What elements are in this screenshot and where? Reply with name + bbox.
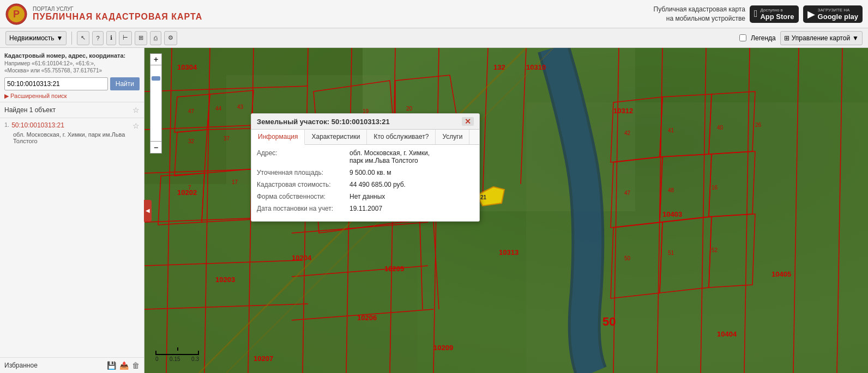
googleplay-icon: ▶ (807, 8, 815, 20)
favorite-all-btn[interactable]: ☆ (132, 106, 140, 114)
popup-tab-service[interactable]: Кто обслуживает? (367, 130, 436, 144)
print-tool-btn[interactable]: ⎙ (150, 31, 161, 45)
search-section: Кадастровый номер, адрес, координата: На… (0, 48, 144, 102)
cursor-tool-btn[interactable]: ↖ (77, 31, 89, 45)
info-row-ownership: Форма собственности: Нет данных (257, 193, 474, 200)
settings-tool-btn[interactable]: ⚙ (164, 31, 177, 45)
category-select[interactable]: Недвижимость ▼ (5, 31, 67, 45)
map-control-btn[interactable]: ⊞ Управление картой ▼ (780, 31, 863, 45)
export-icon-btn[interactable]: 📤 (119, 361, 129, 370)
main: Кадастровый номер, адрес, координата: На… (0, 48, 868, 373)
layers-tool-btn[interactable]: ⊞ (135, 31, 147, 45)
scale-mid-tick (177, 347, 178, 351)
info-label-cadvalue: Кадастровая стоимость: (257, 181, 349, 188)
info-label-address: Адрес: (257, 149, 349, 164)
map-control-chevron: ▼ (852, 34, 859, 42)
info-row-cadvalue: Кадастровая стоимость: 44 490 685.00 руб… (257, 181, 474, 188)
advanced-search-link[interactable]: ▶ Расширенный поиск (4, 93, 140, 100)
scale-bar: 0 0.15 0.3 (155, 351, 199, 362)
toolbar-separator-1 (71, 32, 72, 45)
popup-tab-services[interactable]: Услуги (436, 130, 469, 144)
scale-labels: 0 0.15 0.3 (155, 356, 199, 362)
zoom-handle[interactable] (152, 76, 160, 81)
header: Р ПОРТАЛ УСЛУГ ПУБЛИЧНАЯ КАДАСТРОВАЯ КАР… (0, 0, 868, 28)
googleplay-label: Google play (818, 13, 858, 21)
map-control-label: Управление картой (792, 34, 850, 42)
appstore-text: Доступно в App Store (760, 8, 794, 21)
info2-tool-btn[interactable]: ℹ (106, 31, 116, 45)
results-section: Найден 1 объект ☆ (0, 102, 144, 118)
zoom-in-btn[interactable]: + (150, 53, 162, 65)
trash-icon-btn[interactable]: 🗑 (132, 361, 140, 370)
info-tool-btn[interactable]: ? (92, 31, 103, 45)
info-value-area: 9 500.00 кв. м (349, 169, 391, 176)
sidebar: Кадастровый номер, адрес, координата: На… (0, 48, 144, 373)
legend-label: Легенда (751, 34, 776, 42)
toolbar-right: Легенда ⊞ Управление картой ▼ (739, 31, 863, 45)
category-label: Недвижимость (9, 34, 55, 42)
googleplay-text: ЗАГРУЗИТЕ НА Google play (818, 8, 858, 21)
info-value-address: обл. Московская, г. Химки,парк им.Льва Т… (349, 149, 430, 164)
scale-end-label: 0.3 (191, 356, 199, 362)
info-value-date: 19.11.2007 (349, 205, 382, 212)
result-item: 1. 50:10:0010313:21 ☆ обл. Московская, г… (4, 121, 140, 144)
sidebar-collapse-btn[interactable]: ◀ (144, 200, 152, 222)
sidebar-footer-icons: 💾 📤 🗑 (107, 361, 140, 370)
header-right: Публичная кадастровая карта на мобильном… (654, 5, 863, 23)
googleplay-badge[interactable]: ▶ ЗАГРУЗИТЕ НА Google play (803, 5, 863, 23)
popup-close-btn[interactable]: ✕ (462, 117, 474, 126)
apple-icon:  (754, 8, 758, 20)
popup-title: Земельный участок: 50:10:0010313:21 (257, 118, 390, 126)
legend-checkbox[interactable] (739, 34, 746, 41)
info-row-area: Уточненная площадь: 9 500.00 кв. м (257, 169, 474, 176)
popup-tabs: Информация Характеристики Кто обслуживае… (251, 130, 479, 145)
result-link[interactable]: 50:10:0010313:21 (11, 121, 132, 129)
favorites-label: Избранное (4, 362, 38, 369)
search-hint: Например «61:6:10104:12», «61:6:», «Моск… (4, 60, 140, 74)
header-left: Р ПОРТАЛ УСЛУГ ПУБЛИЧНАЯ КАДАСТРОВАЯ КАР… (5, 3, 202, 25)
zoom-out-btn[interactable]: − (150, 142, 162, 154)
measure-tool-btn[interactable]: ⊢ (119, 31, 132, 45)
legend-btn[interactable]: Легенда (739, 34, 776, 42)
zoom-slider[interactable] (150, 65, 162, 142)
info-label-date: Дата постановки на учет: (257, 205, 349, 212)
appstore-sublabel: Доступно в (760, 8, 794, 13)
zoom-controls: + − (150, 53, 162, 154)
header-titles: ПОРТАЛ УСЛУГ ПУБЛИЧНАЯ КАДАСТРОВАЯ КАРТА (33, 6, 202, 22)
scale-0: 0 (155, 356, 159, 362)
appstore-badge[interactable]:  Доступно в App Store (750, 5, 799, 23)
logo-emblem: Р (5, 3, 27, 25)
result-star-btn[interactable]: ☆ (132, 121, 140, 130)
info-popup: Земельный участок: 50:10:0010313:21 ✕ Ин… (251, 113, 480, 222)
scale-mid-label: 0.15 (170, 356, 180, 362)
search-label: Кадастровый номер, адрес, координата: (4, 52, 140, 59)
save-icon-btn[interactable]: 💾 (107, 361, 116, 370)
svg-text:Р: Р (13, 9, 20, 20)
map-area[interactable]: 10304 10310 10312 10202 10203 10204 1020… (144, 48, 868, 373)
popup-tab-characteristics[interactable]: Характеристики (305, 130, 367, 144)
results-list: 1. 50:10:0010313:21 ☆ обл. Московская, г… (0, 118, 144, 357)
scale-line (155, 351, 199, 355)
popup-content: Адрес: обл. Московская, г. Химки,парк им… (251, 145, 479, 221)
result-number: 1. (4, 121, 9, 128)
result-address: обл. Московская, г. Химки, парк им.Льва … (13, 131, 140, 144)
site-title: ПУБЛИЧНАЯ КАДАСТРОВАЯ КАРТА (33, 12, 202, 22)
googleplay-sublabel: ЗАГРУЗИТЕ НА (818, 8, 858, 13)
appstore-label: App Store (760, 13, 794, 21)
search-input[interactable] (4, 77, 108, 90)
info-value-ownership: Нет данных (349, 193, 385, 200)
mobile-promo-text: Публичная кадастровая карта на мобильном… (654, 5, 745, 23)
info-label-ownership: Форма собственности: (257, 193, 349, 200)
sidebar-footer: Избранное 💾 📤 🗑 (0, 357, 144, 373)
arrow-left-icon: ◀ (146, 207, 150, 213)
popup-tab-info[interactable]: Информация (251, 130, 305, 145)
chevron-down-icon: ▼ (57, 34, 63, 42)
popup-header: Земельный участок: 50:10:0010313:21 ✕ (251, 114, 479, 130)
info-label-area: Уточненная площадь: (257, 169, 349, 176)
portal-label: ПОРТАЛ УСЛУГ (33, 6, 202, 12)
search-row: Найти (4, 77, 140, 90)
search-btn[interactable]: Найти (110, 77, 140, 90)
results-count: Найден 1 объект (4, 106, 56, 114)
toolbar: Недвижимость ▼ ↖ ? ℹ ⊢ ⊞ ⎙ ⚙ Легенда ⊞ У… (0, 28, 868, 48)
info-row-date: Дата постановки на учет: 19.11.2007 (257, 205, 474, 212)
